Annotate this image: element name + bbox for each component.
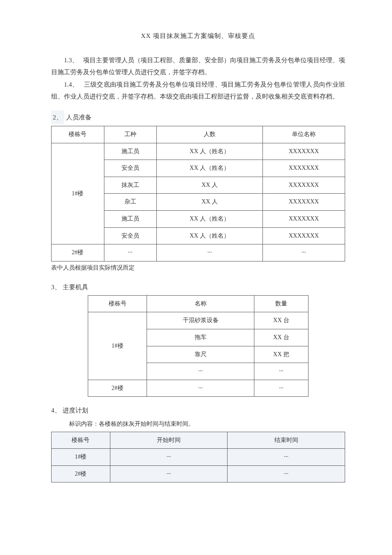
cell-unit: ···	[262, 244, 345, 262]
table-header-row: 楼栋号 开始时间 结束时间	[52, 432, 345, 449]
cell-unit: XXXXXXX	[262, 160, 345, 177]
col-building: 楼栋号	[52, 432, 110, 449]
para-num: 1.4、	[64, 81, 78, 88]
schedule-subnote: 标识内容：各楼栋的抹灰开始时间与结束时间。	[51, 418, 345, 430]
section-title: 人员准备	[66, 114, 92, 121]
cell-type: 安全员	[104, 227, 157, 244]
section-title: 进度计划	[63, 407, 88, 414]
table-row: 2#楼 ··· ··· ···	[52, 244, 345, 262]
table-header-row: 楼栋号 工种 人数 单位名称	[52, 126, 345, 143]
para-num: 1.3、	[64, 57, 78, 64]
cell-count: XX 人	[157, 194, 263, 211]
cell-name: 干混砂浆设备	[147, 312, 254, 329]
col-type: 工种	[104, 126, 157, 143]
col-name: 名称	[147, 295, 254, 312]
cell-unit: XXXXXXX	[262, 210, 345, 227]
cell-type: 杂工	[104, 194, 157, 211]
equipment-table: 楼栋号 名称 数量 1#楼 干混砂浆设备 XX 台 拖车 XX 台 靠尺 XX …	[88, 295, 308, 397]
section-2-heading: 2、人员准备	[51, 110, 345, 125]
col-building: 楼栋号	[88, 295, 147, 312]
section-num: 3、	[51, 281, 61, 293]
cell-building: 1#楼	[52, 143, 104, 244]
schedule-table: 楼栋号 开始时间 结束时间 1#楼 ··· ··· 2#楼 ··· ···	[51, 432, 345, 483]
cell-count: XX 人	[157, 177, 263, 194]
section-num: 2、	[51, 110, 64, 125]
para-text: 三级交底由项目施工劳务及分包单位项目经理、项目施工劳务及分包单位管理人员向作业班…	[51, 81, 345, 100]
section-num: 4、	[51, 404, 61, 417]
cell-type: 施工员	[104, 143, 157, 160]
cell-qty: XX 台	[254, 312, 308, 329]
cell-unit: XXXXXXX	[262, 194, 345, 211]
cell-building: 1#楼	[52, 449, 110, 466]
cell-qty: ···	[254, 363, 308, 380]
cell-unit: XXXXXXX	[262, 177, 345, 194]
cell-qty: XX 台	[254, 329, 308, 346]
cell-end: ···	[228, 449, 345, 466]
personnel-table: 楼栋号 工种 人数 单位名称 1#楼 施工员 XX 人（姓名） XXXXXXX …	[51, 126, 345, 262]
paragraph-1-4: 1.4、 三级交底由项目施工劳务及分包单位项目经理、项目施工劳务及分包单位管理人…	[51, 78, 345, 103]
table-row: 2#楼 ··· ···	[88, 380, 308, 397]
cell-qty: ···	[254, 380, 308, 397]
cell-name: ···	[147, 363, 254, 380]
table-row: 2#楼 ··· ···	[52, 465, 345, 482]
table-row: 1#楼 施工员 XX 人（姓名） XXXXXXX	[52, 143, 345, 160]
cell-type: 抹灰工	[104, 177, 157, 194]
personnel-note: 表中人员根据项目实际情况而定	[51, 262, 345, 274]
cell-type: ···	[104, 244, 157, 262]
table-row: 1#楼 干混砂浆设备 XX 台	[88, 312, 308, 329]
cell-qty: XX 把	[254, 346, 308, 363]
table-row: 1#楼 ··· ···	[52, 449, 345, 466]
cell-name: 拖车	[147, 329, 254, 346]
cell-unit: XXXXXXX	[262, 227, 345, 244]
cell-unit: XXXXXXX	[262, 143, 345, 160]
cell-building: 2#楼	[52, 244, 104, 262]
cell-name: ···	[147, 380, 254, 397]
col-unit: 单位名称	[262, 126, 345, 143]
cell-building: 2#楼	[88, 380, 147, 397]
cell-building: 2#楼	[52, 465, 110, 482]
section-3-heading: 3、主要机具	[51, 281, 345, 293]
cell-count: XX 人（姓名）	[157, 210, 263, 227]
paragraph-1-3: 1.3、 项目主要管理人员（项目工程部、质量部、安全部）向项目施工劳务及分包单位…	[51, 54, 345, 78]
col-count: 人数	[157, 126, 263, 143]
cell-start: ···	[110, 449, 228, 466]
col-end: 结束时间	[228, 432, 345, 449]
col-qty: 数量	[254, 295, 308, 312]
cell-end: ···	[228, 465, 345, 482]
cell-count: XX 人（姓名）	[157, 143, 263, 160]
col-building: 楼栋号	[52, 126, 104, 143]
cell-type: 安全员	[104, 160, 157, 177]
cell-count: XX 人（姓名）	[157, 160, 263, 177]
table-header-row: 楼栋号 名称 数量	[88, 295, 308, 312]
para-text: 项目主要管理人员（项目工程部、质量部、安全部）向项目施工劳务及分包单位项目经理、…	[51, 57, 345, 76]
cell-type: 施工员	[104, 210, 157, 227]
section-title: 主要机具	[63, 284, 88, 291]
document-title: XX 项目抹灰施工方案编制、审核要点	[51, 30, 345, 42]
section-4-heading: 4、进度计划	[51, 404, 345, 417]
col-start: 开始时间	[110, 432, 228, 449]
cell-building: 1#楼	[88, 312, 147, 380]
cell-start: ···	[110, 465, 228, 482]
cell-name: 靠尺	[147, 346, 254, 363]
cell-count: ···	[157, 244, 263, 262]
cell-count: XX 人（姓名）	[157, 227, 263, 244]
